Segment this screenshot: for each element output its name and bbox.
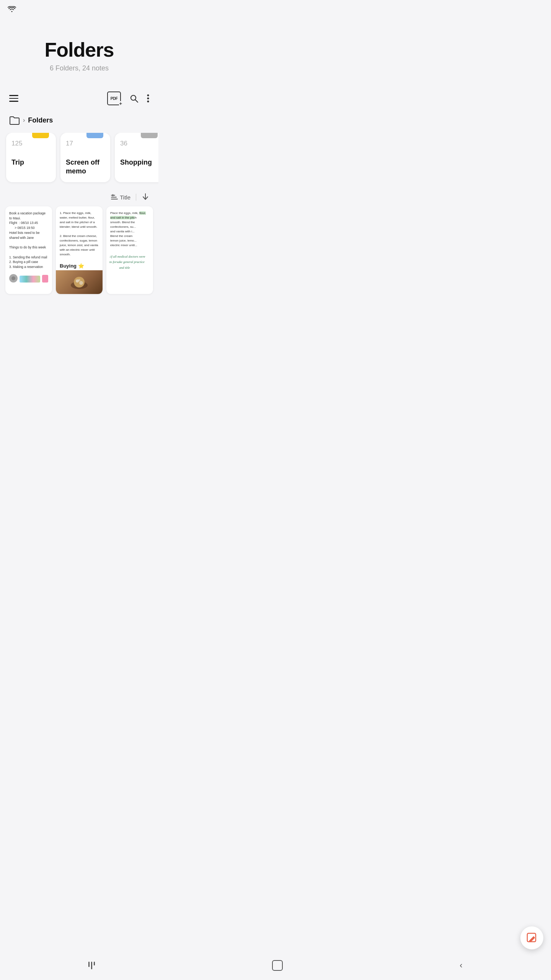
note-content-trip: Book a vacation package to Maui. Flight … (5, 206, 52, 274)
breadcrumb-chevron: › (23, 117, 25, 124)
pdf-add-button[interactable]: PDF + (107, 91, 121, 105)
folder-count-shopping: 36 (120, 140, 158, 147)
note-food-image (56, 270, 103, 294)
notes-grid: Book a vacation package to Maui. Flight … (0, 206, 158, 302)
breadcrumb-label: Folders (28, 116, 53, 124)
search-button[interactable] (129, 94, 139, 103)
folder-count-trip: 125 (11, 140, 51, 147)
svg-point-3 (147, 98, 149, 100)
sort-direction-button[interactable] (142, 193, 149, 202)
sort-title-button[interactable]: Title (111, 194, 130, 201)
folder-count-screen-off-memo: 17 (66, 140, 105, 147)
sort-divider (136, 194, 136, 201)
note-preview-handwriting: Place the eggs, milk, flour, and salt in… (110, 211, 149, 248)
folder-icon (9, 115, 20, 125)
buying-label: Buying ⭐ (56, 261, 103, 270)
svg-point-15 (78, 279, 80, 281)
folder-card-shopping[interactable]: 36 Shopping (115, 133, 158, 182)
folder-name-screen-off-memo: Screen off memo (66, 158, 105, 176)
sort-icon (111, 194, 118, 200)
svg-line-1 (135, 100, 138, 103)
note-handwriting-text: :if all medical doctors were to forsake … (106, 252, 153, 272)
svg-point-14 (79, 281, 83, 285)
more-vertical-icon (147, 94, 149, 103)
toolbar: PDF + (0, 88, 158, 109)
folder-card-trip[interactable]: 125 Trip (6, 133, 56, 182)
folder-tab-trip (32, 133, 49, 138)
folders-grid: 125 Trip 17 Screen off memo 36 Shopping … (0, 133, 158, 190)
search-icon (129, 94, 139, 103)
note-preview-trip: Book a vacation package to Maui. Flight … (9, 211, 48, 270)
hero-section: Folders 6 Folders, 24 notes (0, 15, 158, 88)
svg-point-4 (147, 101, 149, 103)
svg-point-2 (147, 95, 149, 96)
note-card-recipe[interactable]: 1. Place the eggs, milk, water, melted b… (56, 206, 103, 294)
note-card-trip[interactable]: Book a vacation package to Maui. Flight … (5, 206, 52, 294)
sort-bar: Title (0, 190, 158, 206)
menu-button[interactable] (9, 95, 18, 102)
svg-point-10 (11, 276, 15, 280)
wifi-icon (8, 6, 16, 14)
folder-card-screen-off-memo[interactable]: 17 Screen off memo (60, 133, 110, 182)
folder-name-shopping: Shopping (120, 158, 158, 167)
svg-point-12 (74, 277, 85, 287)
pdf-plus-icon: PDF + (107, 91, 121, 105)
folder-tab-screen-off-memo (86, 133, 103, 138)
note-preview-recipe: 1. Place the eggs, milk, water, melted b… (60, 211, 99, 257)
folder-count-summary: 6 Folders, 24 notes (50, 64, 109, 72)
note-content-handwriting: Place the eggs, milk, flour, and salt in… (106, 206, 153, 252)
folder-tab-shopping (141, 133, 158, 138)
status-bar (0, 0, 158, 15)
breadcrumb: › Folders (0, 109, 158, 133)
note-card-handwriting[interactable]: Place the eggs, milk, flour, and salt in… (106, 206, 153, 294)
page-title: Folders (45, 38, 114, 61)
note-content-recipe: 1. Place the eggs, milk, water, melted b… (56, 206, 103, 261)
folder-name-trip: Trip (11, 158, 51, 167)
more-options-button[interactable] (147, 94, 149, 103)
sort-label-text: Title (120, 194, 130, 201)
sort-down-icon (142, 193, 149, 201)
